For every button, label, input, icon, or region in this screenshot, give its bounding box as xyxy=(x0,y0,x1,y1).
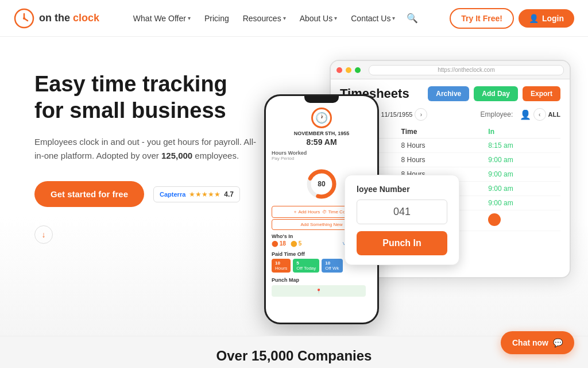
employee-number-title: loyee Number xyxy=(357,185,447,194)
col-time: Time xyxy=(397,125,484,139)
punch-map: Punch Map 📍 xyxy=(266,275,377,299)
nav-links: What We Offer ▾ Pricing Resources ▾ Abou… xyxy=(127,9,422,27)
companies-title: Over 15,000 Companies xyxy=(216,348,372,364)
get-started-button[interactable]: Get started for free xyxy=(34,181,144,207)
employee-label: Employee: xyxy=(481,110,513,118)
employee-number-input[interactable] xyxy=(357,200,447,224)
punch-in-button[interactable]: Punch In xyxy=(357,231,447,255)
hours-label: Hours Worked xyxy=(272,150,372,156)
whos-out-count: ⬤ 5 xyxy=(291,240,301,247)
archive-button[interactable]: Archive xyxy=(428,86,469,101)
chevron-down-icon: ▾ xyxy=(392,15,395,21)
employee-number-overlay: loyee Number Punch In xyxy=(345,175,459,265)
hero-cta: Get started for free Capterra ★★★★★ 4.7 xyxy=(34,181,264,207)
nav-item-contact-us[interactable]: Contact Us ▾ xyxy=(345,10,401,26)
pay-period-label: Pay Period xyxy=(272,156,372,161)
hero-left: Easy time tracking for small business Em… xyxy=(34,60,264,244)
try-it-free-button[interactable]: Try It Free! xyxy=(450,8,514,29)
capterra-logo: Capterra xyxy=(160,191,185,198)
col-in: In xyxy=(483,125,560,139)
svg-point-3 xyxy=(23,17,25,20)
hero-right: https://ontheclock.com Timesheets Archiv… xyxy=(264,60,554,324)
scroll-down-arrow[interactable]: ↓ xyxy=(34,225,53,244)
phone-time: 8:59 AM xyxy=(266,136,377,148)
capterra-badge: Capterra ★★★★★ 4.7 xyxy=(153,186,240,202)
hours-section: Hours Worked Pay Period xyxy=(266,148,377,163)
clock-circle-icon: 🕐 xyxy=(311,108,332,128)
hero-section: Easy time tracking for small business Em… xyxy=(0,37,588,336)
capterra-rating: 4.7 xyxy=(224,190,234,198)
login-button[interactable]: 👤 Login xyxy=(519,9,574,28)
dot-red xyxy=(336,67,342,73)
phone-clock-icon: 🕐 xyxy=(266,108,377,128)
employee-prev-arrow[interactable]: ‹ xyxy=(533,108,546,121)
user-icon: 👤 xyxy=(529,14,539,23)
pto-chip-today: 5Off Today xyxy=(293,259,319,273)
add-day-button[interactable]: Add Day xyxy=(474,86,518,101)
svg-text:80: 80 xyxy=(318,180,326,188)
nav-item-resources[interactable]: Resources ▾ xyxy=(237,10,292,26)
donut-svg: 80 xyxy=(304,167,339,201)
nav-item-what-we-offer[interactable]: What We Offer ▾ xyxy=(127,10,196,26)
export-button[interactable]: Export xyxy=(523,86,560,101)
phone-date: NOVEMBER 5TH, 1955 xyxy=(266,131,377,136)
browser-url: https://ontheclock.com xyxy=(369,65,564,75)
timesheet-buttons: Archive Add Day Export xyxy=(428,86,560,101)
pto-chip-week: 10Off Wk xyxy=(322,259,342,273)
chevron-down-icon: ▾ xyxy=(283,15,286,21)
dot-yellow xyxy=(346,67,351,73)
nav-actions: Try It Free! 👤 Login xyxy=(450,8,574,29)
punch-map-label: Punch Map xyxy=(272,277,372,283)
clock-logo-icon xyxy=(14,8,34,29)
logo[interactable]: on the clock xyxy=(14,8,99,29)
phone-notch xyxy=(304,96,339,103)
pto-chip-hours: 10Hours xyxy=(272,259,291,273)
search-icon[interactable]: 🔍 xyxy=(403,9,421,27)
chevron-down-icon: ▾ xyxy=(188,15,191,21)
dot-green xyxy=(355,67,361,73)
chat-icon: 💬 xyxy=(553,338,563,347)
employee-nav: Employee: 👤 ‹ ALL xyxy=(481,108,560,121)
capterra-stars: ★★★★★ xyxy=(189,190,220,198)
hero-subtitle: Employees clock in and out - you get hou… xyxy=(34,135,264,163)
employee-all: ALL xyxy=(548,111,560,118)
browser-bar: https://ontheclock.com xyxy=(331,61,570,79)
bottom-section: Over 15,000 Companies xyxy=(0,336,588,368)
period-next-arrow[interactable]: › xyxy=(415,108,427,121)
employee-icon: 👤 xyxy=(520,109,531,120)
nav-item-pricing[interactable]: Pricing xyxy=(199,10,235,26)
hero-title: Easy time tracking for small business xyxy=(34,71,264,124)
chat-now-button[interactable]: Chat now 💬 xyxy=(501,331,574,354)
chevron-down-icon: ▾ xyxy=(334,15,337,21)
nav-item-about-us[interactable]: About Us ▾ xyxy=(294,10,343,26)
navbar: on the clock What We Offer ▾ Pricing Res… xyxy=(0,0,588,37)
logo-text: on the clock xyxy=(39,12,99,24)
whos-in-count: ⬤ 18 xyxy=(272,240,286,247)
